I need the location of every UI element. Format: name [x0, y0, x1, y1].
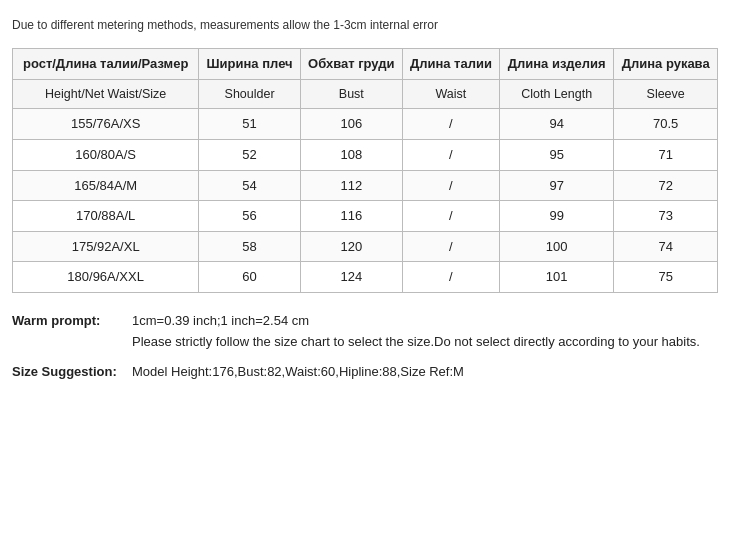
table-cell: 155/76A/XS: [13, 109, 199, 140]
col-header-length-ru: Длина изделия: [500, 49, 614, 80]
table-cell: 165/84A/M: [13, 170, 199, 201]
table-cell: /: [402, 139, 499, 170]
table-row: 180/96A/XXL60124/10175: [13, 262, 718, 293]
table-cell: 99: [500, 201, 614, 232]
table-row: 175/92A/XL58120/10074: [13, 231, 718, 262]
warm-prompt-row: Warm prompt: 1cm=0.39 inch;1 inch=2.54 c…: [12, 311, 718, 353]
table-cell: 160/80A/S: [13, 139, 199, 170]
table-cell: 73: [614, 201, 718, 232]
table-cell: 94: [500, 109, 614, 140]
table-cell: /: [402, 262, 499, 293]
col-header-length-en: Cloth Length: [500, 79, 614, 109]
table-cell: 116: [300, 201, 402, 232]
table-cell: 58: [199, 231, 301, 262]
size-suggestion-label: Size Suggestion:: [12, 362, 132, 383]
col-header-waist-ru: Длина талии: [402, 49, 499, 80]
table-cell: /: [402, 201, 499, 232]
table-cell: /: [402, 170, 499, 201]
size-suggestion-row: Size Suggestion: Model Height:176,Bust:8…: [12, 362, 718, 383]
size-suggestion-content: Model Height:176,Bust:82,Waist:60,Hiplin…: [132, 362, 718, 383]
table-cell: 120: [300, 231, 402, 262]
header-row-russian: рост/Длина талии/Размер Ширина плеч Обхв…: [13, 49, 718, 80]
warm-prompt-label: Warm prompt:: [12, 311, 132, 332]
col-header-shoulder-ru: Ширина плеч: [199, 49, 301, 80]
table-cell: 52: [199, 139, 301, 170]
table-cell: 54: [199, 170, 301, 201]
table-cell: /: [402, 231, 499, 262]
table-cell: 56: [199, 201, 301, 232]
table-cell: 60: [199, 262, 301, 293]
table-cell: 72: [614, 170, 718, 201]
col-header-waist-en: Waist: [402, 79, 499, 109]
table-row: 170/88A/L56116/9973: [13, 201, 718, 232]
table-row: 165/84A/M54112/9772: [13, 170, 718, 201]
table-cell: 70.5: [614, 109, 718, 140]
size-chart: рост/Длина талии/Размер Ширина плеч Обхв…: [12, 48, 718, 293]
table-cell: 175/92A/XL: [13, 231, 199, 262]
table-row: 155/76A/XS51106/9470.5: [13, 109, 718, 140]
table-cell: 180/96A/XXL: [13, 262, 199, 293]
col-header-size-en: Height/Net Waist/Size: [13, 79, 199, 109]
col-header-bust-ru: Обхват груди: [300, 49, 402, 80]
warm-prompt-line1: 1cm=0.39 inch;1 inch=2.54 cm: [132, 311, 718, 332]
table-cell: 95: [500, 139, 614, 170]
table-cell: 51: [199, 109, 301, 140]
table-cell: 74: [614, 231, 718, 262]
col-header-sleeve-ru: Длина рукава: [614, 49, 718, 80]
col-header-size-ru: рост/Длина талии/Размер: [13, 49, 199, 80]
table-cell: 97: [500, 170, 614, 201]
table-cell: 112: [300, 170, 402, 201]
table-cell: 100: [500, 231, 614, 262]
table-cell: /: [402, 109, 499, 140]
table-cell: 108: [300, 139, 402, 170]
table-cell: 71: [614, 139, 718, 170]
footer-section: Warm prompt: 1cm=0.39 inch;1 inch=2.54 c…: [12, 311, 718, 383]
table-cell: 106: [300, 109, 402, 140]
col-header-bust-en: Bust: [300, 79, 402, 109]
table-row: 160/80A/S52108/9571: [13, 139, 718, 170]
warm-prompt-content: 1cm=0.39 inch;1 inch=2.54 cm Please stri…: [132, 311, 718, 353]
table-cell: 101: [500, 262, 614, 293]
warm-prompt-line2: Please strictly follow the size chart to…: [132, 332, 718, 353]
col-header-shoulder-en: Shoulder: [199, 79, 301, 109]
header-row-english: Height/Net Waist/Size Shoulder Bust Wais…: [13, 79, 718, 109]
table-cell: 124: [300, 262, 402, 293]
disclaimer-text: Due to different metering methods, measu…: [12, 16, 718, 34]
table-cell: 75: [614, 262, 718, 293]
table-cell: 170/88A/L: [13, 201, 199, 232]
col-header-sleeve-en: Sleeve: [614, 79, 718, 109]
